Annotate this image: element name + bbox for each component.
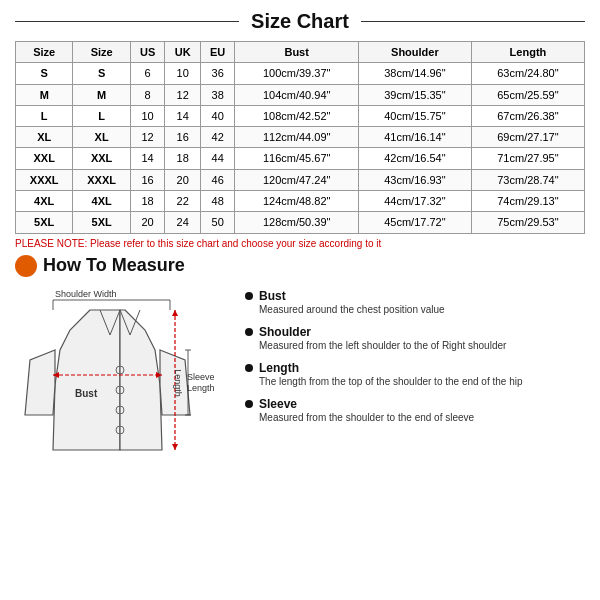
- title-line-right: [361, 21, 585, 22]
- svg-text:Bust: Bust: [75, 388, 98, 399]
- table-cell: 128cm/50.39": [235, 212, 358, 233]
- svg-marker-12: [172, 310, 178, 316]
- table-cell: 100cm/39.37": [235, 63, 358, 84]
- jacket-illustration: Shoulder Width: [15, 285, 235, 478]
- col-size1: Size: [16, 42, 73, 63]
- table-cell: 120cm/47.24": [235, 169, 358, 190]
- table-cell: 24: [165, 212, 201, 233]
- table-cell: M: [73, 84, 130, 105]
- table-row: LL101440108cm/42.52"40cm/15.75"67cm/26.3…: [16, 105, 585, 126]
- measure-item: LengthThe length from the top of the sho…: [245, 361, 585, 389]
- measure-item-content: LengthThe length from the top of the sho…: [259, 361, 523, 389]
- measure-item-title: Shoulder: [259, 325, 506, 339]
- table-cell: 8: [130, 84, 165, 105]
- measure-item-desc: Measured around the chest position value: [259, 303, 445, 317]
- table-cell: 40cm/15.75": [358, 105, 471, 126]
- table-cell: 12: [165, 84, 201, 105]
- table-cell: 18: [130, 191, 165, 212]
- table-cell: 40: [200, 105, 235, 126]
- table-cell: 75cm/29.53": [471, 212, 584, 233]
- table-cell: 43cm/16.93": [358, 169, 471, 190]
- table-cell: 104cm/40.94": [235, 84, 358, 105]
- table-row: XXXLXXXL162046120cm/47.24"43cm/16.93"73c…: [16, 169, 585, 190]
- table-cell: 46: [200, 169, 235, 190]
- table-cell: 63cm/24.80": [471, 63, 584, 84]
- measure-item-desc: The length from the top of the shoulder …: [259, 375, 523, 389]
- col-us: US: [130, 42, 165, 63]
- measure-item-content: SleeveMeasured from the shoulder to the …: [259, 397, 474, 425]
- table-cell: 5XL: [73, 212, 130, 233]
- table-cell: L: [73, 105, 130, 126]
- table-cell: 50: [200, 212, 235, 233]
- table-row: XXLXXL141844116cm/45.67"42cm/16.54"71cm/…: [16, 148, 585, 169]
- measure-item: SleeveMeasured from the shoulder to the …: [245, 397, 585, 425]
- bullet-dot: [245, 400, 253, 408]
- col-shoulder: Shoulder: [358, 42, 471, 63]
- table-cell: 18: [165, 148, 201, 169]
- how-content: Shoulder Width: [15, 285, 585, 478]
- table-cell: 10: [165, 63, 201, 84]
- table-cell: 20: [130, 212, 165, 233]
- table-cell: 16: [165, 127, 201, 148]
- table-cell: L: [16, 105, 73, 126]
- table-cell: XXXL: [73, 169, 130, 190]
- measure-item-title: Length: [259, 361, 523, 375]
- table-row: SS61036100cm/39.37"38cm/14.96"63cm/24.80…: [16, 63, 585, 84]
- size-note: PLEASE NOTE: Please refer to this size c…: [15, 238, 585, 249]
- table-cell: 16: [130, 169, 165, 190]
- table-cell: 10: [130, 105, 165, 126]
- table-cell: 42: [200, 127, 235, 148]
- table-row: 5XL5XL202450128cm/50.39"45cm/17.72"75cm/…: [16, 212, 585, 233]
- table-cell: 42cm/16.54": [358, 148, 471, 169]
- table-cell: 48: [200, 191, 235, 212]
- table-cell: 67cm/26.38": [471, 105, 584, 126]
- table-cell: 20: [165, 169, 201, 190]
- table-cell: 4XL: [16, 191, 73, 212]
- table-cell: 124cm/48.82": [235, 191, 358, 212]
- svg-text:Length: Length: [187, 383, 215, 393]
- bullet-dot: [245, 292, 253, 300]
- table-cell: 4XL: [73, 191, 130, 212]
- how-to-measure-title: How To Measure: [43, 255, 185, 276]
- table-cell: XL: [73, 127, 130, 148]
- table-cell: 45cm/17.72": [358, 212, 471, 233]
- table-cell: 71cm/27.95": [471, 148, 584, 169]
- table-cell: XXL: [16, 148, 73, 169]
- col-eu: EU: [200, 42, 235, 63]
- bullet-dot: [245, 328, 253, 336]
- table-cell: 38: [200, 84, 235, 105]
- bullet-dot: [245, 364, 253, 372]
- table-header-row: Size Size US UK EU Bust Shoulder Length: [16, 42, 585, 63]
- measure-item-content: ShoulderMeasured from the left shoulder …: [259, 325, 506, 353]
- table-cell: 74cm/29.13": [471, 191, 584, 212]
- title-section: Size Chart: [15, 10, 585, 33]
- table-cell: XL: [16, 127, 73, 148]
- table-row: MM81238104cm/40.94"39cm/15.35"65cm/25.59…: [16, 84, 585, 105]
- measure-item-title: Bust: [259, 289, 445, 303]
- table-cell: 38cm/14.96": [358, 63, 471, 84]
- table-cell: S: [73, 63, 130, 84]
- table-cell: 14: [165, 105, 201, 126]
- table-cell: 39cm/15.35": [358, 84, 471, 105]
- jacket-svg: Shoulder Width: [15, 285, 235, 475]
- table-cell: 14: [130, 148, 165, 169]
- measure-item-desc: Measured from the left shoulder to the o…: [259, 339, 506, 353]
- col-length: Length: [471, 42, 584, 63]
- title-line-left: [15, 21, 239, 22]
- table-cell: 36: [200, 63, 235, 84]
- table-cell: S: [16, 63, 73, 84]
- table-cell: XXXL: [16, 169, 73, 190]
- table-cell: 73cm/28.74": [471, 169, 584, 190]
- svg-text:Sleeve: Sleeve: [187, 372, 215, 382]
- measure-list: BustMeasured around the chest position v…: [245, 285, 585, 478]
- table-cell: M: [16, 84, 73, 105]
- svg-marker-13: [172, 444, 178, 450]
- measure-item-content: BustMeasured around the chest position v…: [259, 289, 445, 317]
- measure-item: BustMeasured around the chest position v…: [245, 289, 585, 317]
- table-row: 4XL4XL182248124cm/48.82"44cm/17.32"74cm/…: [16, 191, 585, 212]
- table-cell: 69cm/27.17": [471, 127, 584, 148]
- table-cell: 12: [130, 127, 165, 148]
- col-uk: UK: [165, 42, 201, 63]
- table-cell: 65cm/25.59": [471, 84, 584, 105]
- page: Size Chart Size Size US UK EU Bust Shoul…: [0, 0, 600, 600]
